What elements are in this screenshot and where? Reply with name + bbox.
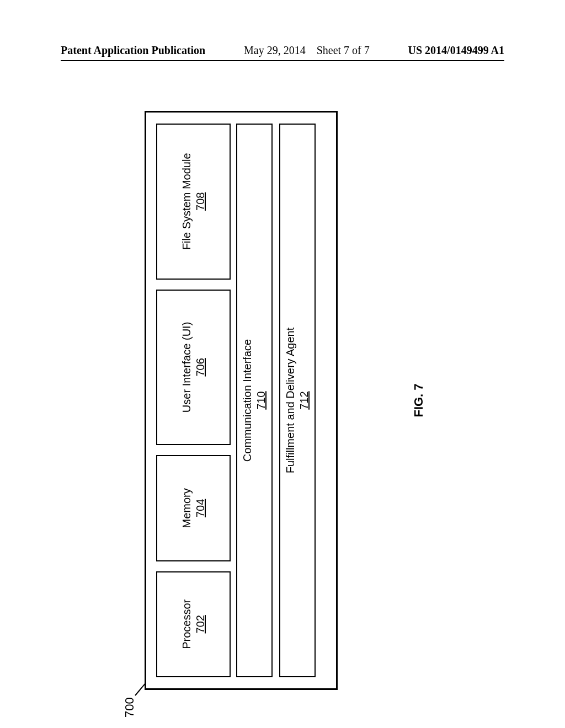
bottom-col: Communication Interface 710 Fulfillment … (236, 113, 326, 688)
block-title: File System Module (180, 153, 194, 250)
block-title: User Interface (UI) (180, 322, 194, 413)
figure-7: 700 Processor 702 Memory 704 User Interf… (145, 111, 420, 690)
block-number: 704 (194, 499, 207, 517)
block-number: 712 (297, 391, 311, 409)
block-number: 710 (254, 391, 268, 409)
block-number: 708 (194, 192, 207, 211)
figure-caption: FIG. 7 (412, 383, 426, 417)
header-rule (61, 60, 504, 61)
block-user-interface: User Interface (UI) 706 (156, 290, 231, 446)
publication-date: May 29, 2014 (244, 44, 306, 56)
block-title: Fulfillment and Delivery Agent (284, 328, 297, 474)
block-file-system-module: File System Module 708 (156, 124, 231, 280)
block-title: Processor (180, 599, 194, 649)
figure-rotated-wrap: 700 Processor 702 Memory 704 User Interf… (145, 111, 420, 690)
block-title: Memory (180, 488, 194, 528)
block-number: 702 (194, 615, 207, 633)
reference-number-700: 700 (122, 697, 137, 718)
page-header: Patent Application Publication May 29, 2… (33, 44, 532, 57)
block-processor: Processor 702 (156, 571, 231, 677)
system-block-700: Processor 702 Memory 704 User Interface … (145, 111, 338, 690)
block-fulfillment-delivery-agent: Fulfillment and Delivery Agent 712 (279, 124, 316, 677)
block-memory: Memory 704 (156, 455, 231, 561)
top-row: Processor 702 Memory 704 User Interface … (146, 113, 236, 688)
block-communication-interface: Communication Interface 710 (236, 124, 273, 677)
page: Patent Application Publication May 29, 2… (0, 0, 565, 728)
publication-label: Patent Application Publication (61, 44, 205, 57)
document-number: US 2014/0149499 A1 (408, 44, 504, 57)
block-number: 706 (194, 358, 207, 376)
block-title: Communication Interface (241, 339, 254, 462)
sheet-label: Sheet 7 of 7 (317, 44, 370, 56)
